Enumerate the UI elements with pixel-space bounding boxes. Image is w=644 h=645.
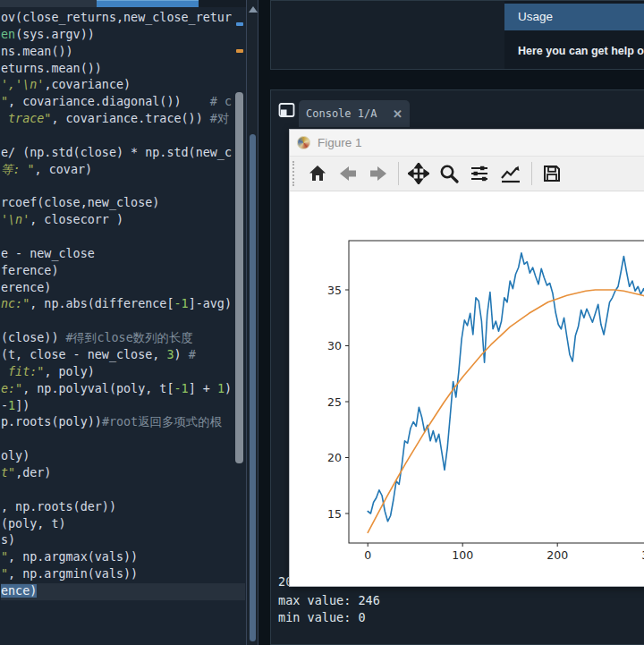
code-line: (close)) #得到close数列的长度 [1,330,193,347]
code-token: ]-avg) [189,297,232,310]
code-token: ference) [1,264,59,277]
code-line: (t, close - new_close, 3) # [1,347,196,364]
scrollflag-warning-marker [236,49,243,53]
code-token: ) [225,382,232,395]
code-token: 1 [217,382,225,395]
code-token: , covar) [35,163,93,176]
code-token: #root返回多项式的根 [102,415,222,429]
zoom-button[interactable] [436,161,462,186]
customize-button[interactable] [497,161,524,186]
browse-tabs-icon[interactable] [278,102,296,119]
code-line: oly) [1,448,30,465]
code-token: fit:" [1,365,44,378]
x-tick-label: 100 [452,548,473,562]
code-token: ) [174,348,189,361]
editor-scrollbar[interactable] [246,0,258,645]
code-line: s) [1,532,15,549]
y-tick-label: 35 [327,284,342,297]
code-token: , covariance.diagonal()) [8,95,210,108]
code-token: t" [1,466,15,480]
y-tick-label: 20 [327,451,342,464]
code-token: -1 [174,297,189,310]
y-tick-label: 30 [327,339,342,352]
code-token: , np.argmax(vals)) [8,550,138,564]
code-line: ference) [1,263,59,280]
scrollbar-up-arrow-icon[interactable] [249,6,258,13]
code-line: ", np.argmax(vals)) [1,549,138,566]
code-token: ]) [15,399,30,412]
code-token: # c [210,95,232,108]
code-token: , np.roots(der)) [1,500,116,513]
forward-button[interactable] [366,161,391,186]
subplots-button[interactable] [467,161,492,186]
code-line: trace", covariance.trace()) #对 [1,111,229,128]
panel-splitter[interactable] [258,0,270,645]
code-token: rcoef(close,new_close) [1,196,159,209]
code-token: eturns.mean()) [1,62,102,75]
help-panel: Usage Here you can get help of a [270,0,644,70]
code-line: 等: ", covar) [1,162,92,179]
code-token: (t, close - new_close, [1,348,166,361]
code-token: , np.polyval(poly, t[ [22,382,174,395]
help-content: Usage Here you can get help of a [504,1,644,69]
code-token: #得到close数列的长度 [66,331,193,344]
code-line: p.roots(poly))#root返回多项式的根 [1,414,222,431]
code-token: s) [1,533,15,547]
code-token: trace" [1,112,51,125]
code-line: rcoef(close,new_close) [1,195,159,212]
series-close-price-data [368,253,644,522]
active-tab-indicator [97,0,199,7]
code-token: e - new_close [1,247,95,260]
code-token: oly) [1,449,30,463]
code-token: " [1,550,8,564]
pan-button[interactable] [406,161,431,186]
figure-titlebar[interactable]: Figure 1 [290,130,644,157]
toolbar-separator [531,162,532,185]
zoom-icon [438,163,460,184]
code-token: , poly) [44,365,94,378]
code-token: ] + [189,382,217,395]
code-token: #对 [210,112,229,125]
code-token: 1 [8,399,15,412]
tab-console-1a[interactable]: Console 1/A ✕ [299,100,410,127]
code-token: 3 [166,348,174,361]
figure-canvas[interactable]: 01002003001520253035 [290,191,644,586]
usage-title: Usage [504,4,644,30]
code-line: ns.mean()) [1,44,73,61]
forward-icon [368,163,389,184]
save-button[interactable] [539,161,564,186]
code-line: -1]) [1,398,30,415]
code-token: ','\n' [1,78,44,91]
figure-toolbar [290,157,644,191]
toolbar-drag-handle[interactable] [292,161,297,186]
scrollbar-thumb[interactable] [250,134,256,641]
back-button[interactable] [335,161,360,186]
home-button[interactable] [305,161,330,186]
console-panel: Console 1/A ✕ 20.70349809 20.89120148 20… [270,89,644,645]
code-token: " [1,95,8,108]
code-token: (sys.argv)) [15,28,95,41]
chart-plot-area: 01002003001520253035 [290,191,644,586]
code-token: " [1,567,8,581]
code-token: ,covariance) [44,78,131,91]
editor-tab-strip [0,0,258,7]
code-editor[interactable]: ov(close_returns,new_close_returen(sys.a… [0,0,258,645]
code-token: (close)) [1,331,66,344]
code-line: e - new_close [1,246,95,263]
figure-window[interactable]: Figure 1 [289,129,644,587]
code-token: ence) [1,584,37,598]
series-polynomial-fit [368,290,644,532]
close-icon[interactable]: ✕ [393,107,402,121]
customize-icon [499,163,522,184]
code-token: , np.abs(difference[ [30,297,174,310]
code-line: nc:", np.abs(difference[-1]-avg) [1,296,232,313]
code-line: erence) [1,280,51,297]
code-token: -1 [174,382,189,395]
figure-title: Figure 1 [318,136,362,149]
code-token: - [1,399,8,412]
code-token: en [1,28,15,41]
code-token: ov(close_returns,new_close_retur [1,11,232,24]
code-line: ence) [1,583,245,600]
code-token: # [189,348,196,361]
editor-tab-strip-segment [0,0,97,7]
